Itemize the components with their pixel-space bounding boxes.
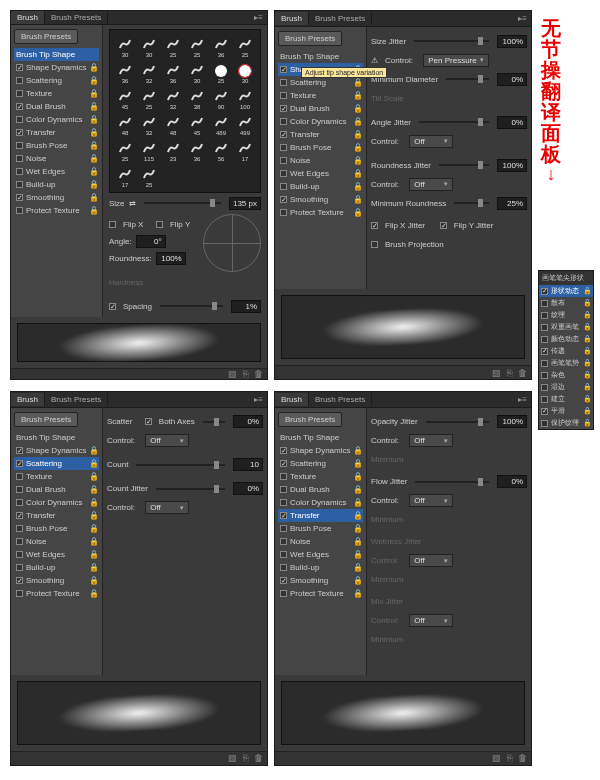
brush-thumb[interactable]: 30 bbox=[138, 34, 160, 58]
sidebar-item[interactable]: Texture🔒 bbox=[14, 87, 99, 100]
mini-item[interactable]: 画笔笔势🔒 bbox=[539, 357, 593, 369]
mini-item[interactable]: 湿边🔒 bbox=[539, 381, 593, 393]
checkbox[interactable] bbox=[280, 144, 287, 151]
brush-thumb[interactable]: 25 bbox=[186, 34, 208, 58]
sidebar-item[interactable]: Build-up🔒 bbox=[14, 561, 99, 574]
sidebar-item[interactable]: Protect Texture🔒 bbox=[278, 587, 363, 600]
sidebar-item[interactable]: Wet Edges🔒 bbox=[14, 548, 99, 561]
checkbox[interactable] bbox=[16, 525, 23, 532]
checkbox[interactable] bbox=[280, 512, 287, 519]
checkbox[interactable] bbox=[280, 473, 287, 480]
sidebar-item[interactable]: Brush Pose🔒 bbox=[14, 139, 99, 152]
mini-item[interactable]: 杂色🔒 bbox=[539, 369, 593, 381]
brush-thumb[interactable]: 25 bbox=[234, 34, 256, 58]
mini-item[interactable]: 平滑🔒 bbox=[539, 405, 593, 417]
checkbox[interactable] bbox=[16, 460, 23, 467]
checkbox[interactable] bbox=[280, 499, 287, 506]
sidebar-item[interactable]: Noise🔒 bbox=[278, 154, 363, 167]
mini-item[interactable]: 形状动态🔒 bbox=[539, 285, 593, 297]
sidebar-item[interactable]: Build-up🔒 bbox=[278, 180, 363, 193]
checkbox[interactable] bbox=[16, 194, 23, 201]
checkbox[interactable] bbox=[16, 77, 23, 84]
checkbox[interactable] bbox=[16, 168, 23, 175]
sidebar-item[interactable]: Noise🔒 bbox=[278, 535, 363, 548]
brush-thumb[interactable]: 25 bbox=[138, 164, 160, 188]
checkbox[interactable] bbox=[280, 486, 287, 493]
checkbox[interactable] bbox=[280, 92, 287, 99]
trash-icon[interactable]: 🗑 bbox=[254, 369, 263, 379]
brush-thumb[interactable]: 48 bbox=[162, 112, 184, 136]
checkbox[interactable] bbox=[280, 105, 287, 112]
sidebar-item[interactable]: Brush Tip Shape bbox=[14, 48, 99, 61]
checkbox[interactable] bbox=[16, 207, 23, 214]
sidebar-item[interactable]: Wet Edges🔒 bbox=[278, 167, 363, 180]
checkbox[interactable] bbox=[16, 129, 23, 136]
checkbox[interactable] bbox=[16, 551, 23, 558]
brush-thumb[interactable]: 45 bbox=[114, 86, 136, 110]
angle-value[interactable]: 0° bbox=[136, 235, 166, 248]
checkbox[interactable] bbox=[16, 64, 23, 71]
flip-x-checkbox[interactable] bbox=[109, 221, 116, 228]
brush-thumb[interactable]: 30 bbox=[114, 34, 136, 58]
brush-thumb[interactable]: 45 bbox=[186, 112, 208, 136]
sidebar-item[interactable]: Texture🔒 bbox=[278, 89, 363, 102]
mini-item[interactable]: 保护纹理🔒 bbox=[539, 417, 593, 429]
checkbox[interactable] bbox=[280, 577, 287, 584]
brush-thumb[interactable]: 25 bbox=[114, 138, 136, 162]
mini-item[interactable]: 传递🔒 bbox=[539, 345, 593, 357]
checkbox[interactable] bbox=[16, 155, 23, 162]
sidebar-item[interactable]: Build-up🔒 bbox=[278, 561, 363, 574]
toggle-preview-icon[interactable]: ▧ bbox=[228, 369, 237, 379]
checkbox[interactable] bbox=[16, 512, 23, 519]
checkbox[interactable] bbox=[280, 157, 287, 164]
checkbox[interactable] bbox=[280, 590, 287, 597]
sidebar-item[interactable]: Color Dynamics🔒 bbox=[14, 113, 99, 126]
mini-item[interactable]: 双重画笔🔒 bbox=[539, 321, 593, 333]
sidebar-item[interactable]: Wet Edges🔒 bbox=[278, 548, 363, 561]
checkbox[interactable] bbox=[280, 551, 287, 558]
checkbox[interactable] bbox=[280, 118, 287, 125]
mini-item[interactable]: 散布🔒 bbox=[539, 297, 593, 309]
sidebar-item[interactable]: Smoothing🔒 bbox=[278, 193, 363, 206]
sidebar-item[interactable]: Scattering🔒 bbox=[14, 457, 99, 470]
checkbox[interactable] bbox=[16, 564, 23, 571]
checkbox[interactable] bbox=[16, 116, 23, 123]
sidebar-item[interactable]: Smoothing🔒 bbox=[278, 574, 363, 587]
sidebar-item[interactable]: Shape Dynamics🔒 bbox=[278, 444, 363, 457]
mini-item[interactable]: 纹理🔒 bbox=[539, 309, 593, 321]
brush-thumb[interactable]: 30 bbox=[234, 60, 256, 84]
brush-thumb[interactable]: 25 bbox=[138, 86, 160, 110]
roundness-value[interactable]: 100% bbox=[156, 252, 186, 265]
brush-thumb[interactable]: 25 bbox=[162, 34, 184, 58]
checkbox[interactable] bbox=[16, 590, 23, 597]
flip-y-checkbox[interactable] bbox=[156, 221, 163, 228]
sidebar-item[interactable]: Brush Pose🔒 bbox=[278, 522, 363, 535]
sidebar-item[interactable]: Texture🔒 bbox=[14, 470, 99, 483]
brush-thumb[interactable]: 90 bbox=[210, 86, 232, 110]
brush-thumb[interactable]: 38 bbox=[186, 86, 208, 110]
flip-size-icon[interactable]: ⇄ bbox=[129, 199, 136, 208]
control-dropdown[interactable]: Pen Pressure bbox=[423, 54, 488, 67]
sidebar-item[interactable]: Noise🔒 bbox=[14, 152, 99, 165]
sidebar-item[interactable]: Wet Edges🔒 bbox=[14, 165, 99, 178]
tab-brush[interactable]: Brush bbox=[11, 11, 45, 24]
sidebar-item[interactable]: Dual Brush🔒 bbox=[14, 483, 99, 496]
checkbox[interactable] bbox=[16, 142, 23, 149]
brush-thumb[interactable]: 36 bbox=[114, 60, 136, 84]
brush-thumb[interactable]: 36 bbox=[186, 138, 208, 162]
sidebar-item[interactable]: Transfer🔒 bbox=[278, 128, 363, 141]
checkbox[interactable] bbox=[280, 209, 287, 216]
checkbox[interactable] bbox=[280, 196, 287, 203]
brush-thumb[interactable]: 23 bbox=[162, 138, 184, 162]
sidebar-item[interactable]: Brush Tip Shape bbox=[278, 50, 363, 63]
sidebar-item[interactable]: Brush Tip Shape bbox=[14, 431, 99, 444]
sidebar-item[interactable]: Build-up🔒 bbox=[14, 178, 99, 191]
sidebar-item[interactable]: Shape Dynamics🔒 bbox=[14, 61, 99, 74]
sidebar-item[interactable]: Texture🔒 bbox=[278, 470, 363, 483]
sidebar-item[interactable]: Smoothing🔒 bbox=[14, 191, 99, 204]
size-value[interactable]: 135 px bbox=[229, 197, 261, 210]
brush-thumb[interactable]: 30 bbox=[186, 60, 208, 84]
checkbox[interactable] bbox=[280, 460, 287, 467]
sidebar-item[interactable]: Noise🔒 bbox=[14, 535, 99, 548]
checkbox[interactable] bbox=[16, 181, 23, 188]
